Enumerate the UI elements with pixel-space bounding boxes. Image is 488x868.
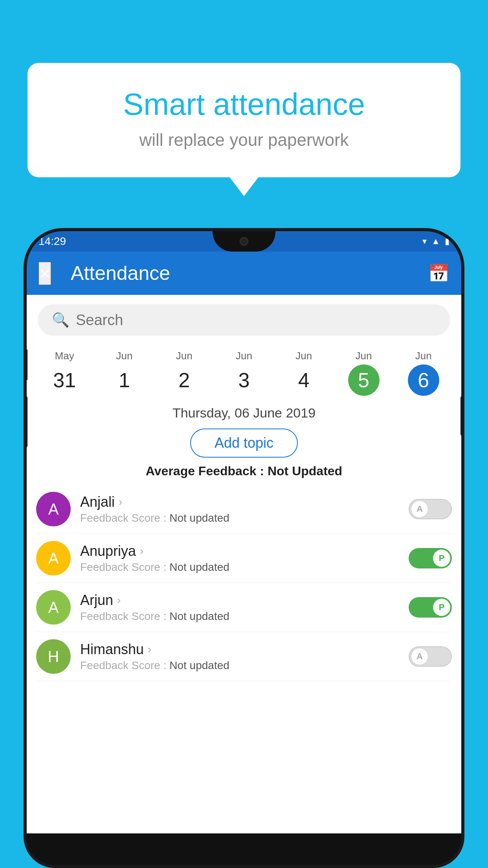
attendance-toggle[interactable]: A bbox=[409, 646, 452, 667]
date-month: Jun bbox=[214, 350, 274, 362]
avatar: A bbox=[36, 541, 71, 576]
date-month: May bbox=[35, 350, 94, 362]
avatar: H bbox=[36, 639, 71, 674]
app-content: 🔍 May 31 Jun 1 Jun 2 Jun 3 Jun 4 bbox=[27, 295, 461, 833]
avatar: A bbox=[36, 492, 71, 526]
student-name[interactable]: Anupriya › bbox=[80, 543, 409, 559]
avg-feedback: Average Feedback : Not Updated bbox=[27, 458, 461, 485]
date-number[interactable]: 2 bbox=[169, 364, 200, 396]
toggle-off[interactable]: A bbox=[409, 646, 452, 667]
date-item-may31[interactable]: May 31 bbox=[35, 350, 94, 396]
attendance-toggle[interactable]: P bbox=[409, 548, 452, 568]
signal-icon: ▲ bbox=[431, 236, 440, 246]
date-item-jun5[interactable]: Jun 5 bbox=[334, 350, 393, 396]
date-strip: May 31 Jun 1 Jun 2 Jun 3 Jun 4 Jun 5 bbox=[27, 342, 461, 396]
date-month: Jun bbox=[154, 350, 214, 362]
date-month: Jun bbox=[94, 350, 154, 362]
student-info[interactable]: Anupriya › Feedback Score : Not updated bbox=[80, 543, 409, 574]
avg-feedback-value: Not Updated bbox=[268, 464, 342, 478]
date-item-jun4[interactable]: Jun 4 bbox=[274, 350, 334, 396]
attendance-toggle[interactable]: A bbox=[409, 499, 452, 519]
feedback-score: Feedback Score : Not updated bbox=[80, 659, 409, 672]
toggle-knob: P bbox=[433, 550, 450, 567]
list-item: A Anupriya › Feedback Score : Not update… bbox=[36, 534, 452, 583]
selected-date: Thursday, 06 June 2019 bbox=[27, 396, 461, 421]
status-time: 14:29 bbox=[39, 235, 66, 248]
date-number[interactable]: 4 bbox=[288, 364, 319, 396]
power-button[interactable] bbox=[460, 396, 464, 436]
battery-icon: ▮ bbox=[445, 236, 449, 246]
attendance-toggle[interactable]: P bbox=[409, 597, 452, 618]
close-button[interactable]: × bbox=[39, 262, 51, 285]
camera bbox=[240, 237, 248, 246]
search-input[interactable] bbox=[76, 312, 436, 329]
student-list: A Anjali › Feedback Score : Not updated … bbox=[27, 485, 461, 681]
student-name[interactable]: Arjun › bbox=[80, 592, 409, 609]
toggle-on[interactable]: P bbox=[409, 548, 452, 568]
chevron-right-icon: › bbox=[119, 496, 122, 508]
toggle-knob: P bbox=[433, 599, 450, 616]
search-icon: 🔍 bbox=[52, 312, 70, 328]
date-item-jun6[interactable]: Jun 6 bbox=[394, 350, 453, 396]
toggle-off[interactable]: A bbox=[409, 499, 452, 519]
list-item: A Arjun › Feedback Score : Not updated P bbox=[36, 583, 452, 632]
date-number[interactable]: 3 bbox=[228, 364, 260, 396]
chevron-right-icon: › bbox=[117, 594, 121, 607]
date-item-jun1[interactable]: Jun 1 bbox=[94, 350, 154, 396]
search-bar[interactable]: 🔍 bbox=[38, 304, 450, 336]
toggle-knob: A bbox=[411, 500, 428, 518]
toggle-knob: A bbox=[411, 648, 428, 665]
status-icons: ▾ ▲ ▮ bbox=[422, 236, 449, 246]
calendar-icon[interactable]: 📅 bbox=[428, 263, 449, 283]
date-item-jun3[interactable]: Jun 3 bbox=[214, 350, 274, 396]
student-info[interactable]: Arjun › Feedback Score : Not updated bbox=[80, 592, 409, 623]
add-topic-button[interactable]: Add topic bbox=[190, 428, 298, 458]
feedback-score: Feedback Score : Not updated bbox=[80, 561, 409, 574]
wifi-icon: ▾ bbox=[422, 236, 427, 246]
student-info[interactable]: Anjali › Feedback Score : Not updated bbox=[80, 494, 409, 524]
avg-feedback-label: Average Feedback : bbox=[146, 464, 264, 478]
date-month: Jun bbox=[334, 350, 393, 362]
volume-up-button[interactable] bbox=[24, 349, 28, 381]
speech-bubble: Smart attendance will replace your paper… bbox=[28, 63, 460, 177]
app-bar: × Attendance 📅 bbox=[27, 252, 461, 295]
speech-bubble-title: Smart attendance bbox=[59, 86, 429, 122]
chevron-right-icon: › bbox=[148, 643, 151, 656]
list-item: H Himanshu › Feedback Score : Not update… bbox=[36, 632, 452, 681]
chevron-right-icon: › bbox=[140, 545, 143, 557]
volume-down-button[interactable] bbox=[24, 396, 28, 447]
toggle-on[interactable]: P bbox=[409, 597, 452, 618]
date-number-today[interactable]: 5 bbox=[348, 364, 380, 396]
notch bbox=[213, 231, 275, 252]
date-number-selected[interactable]: 6 bbox=[408, 364, 439, 396]
feedback-score: Feedback Score : Not updated bbox=[80, 610, 409, 623]
feedback-score: Feedback Score : Not updated bbox=[80, 512, 409, 524]
date-month: Jun bbox=[274, 350, 334, 362]
student-info[interactable]: Himanshu › Feedback Score : Not updated bbox=[80, 641, 409, 672]
avatar: A bbox=[36, 590, 71, 625]
student-name[interactable]: Anjali › bbox=[80, 494, 409, 510]
date-month: Jun bbox=[394, 350, 453, 362]
app-title: Attendance bbox=[71, 262, 428, 285]
date-number[interactable]: 31 bbox=[49, 364, 80, 396]
student-name[interactable]: Himanshu › bbox=[80, 641, 409, 658]
status-bar: 14:29 ▾ ▲ ▮ bbox=[27, 231, 461, 252]
list-item: A Anjali › Feedback Score : Not updated … bbox=[36, 485, 452, 534]
date-number[interactable]: 1 bbox=[108, 364, 140, 396]
date-item-jun2[interactable]: Jun 2 bbox=[154, 350, 214, 396]
speech-bubble-subtitle: will replace your paperwork bbox=[59, 130, 429, 150]
phone-frame: 14:29 ▾ ▲ ▮ × Attendance 📅 🔍 May 31 Jun … bbox=[24, 228, 464, 868]
